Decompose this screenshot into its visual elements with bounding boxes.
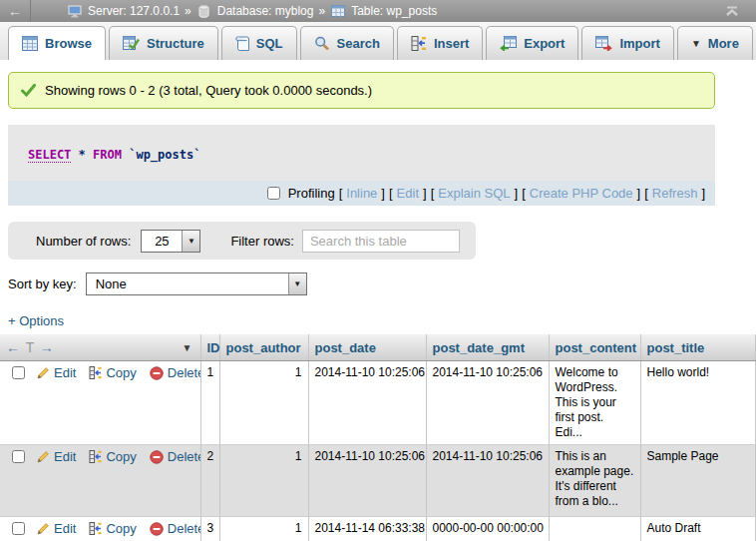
tab-search[interactable]: Search bbox=[300, 26, 394, 60]
tab-import[interactable]: Import bbox=[581, 26, 673, 60]
chevron-down-icon: ▼ bbox=[691, 38, 701, 49]
explain-sql-link[interactable]: Explain SQL bbox=[438, 186, 510, 201]
import-icon bbox=[595, 36, 612, 51]
collapse-icon bbox=[724, 6, 740, 17]
column-header-post-author-link[interactable]: post_author bbox=[226, 340, 301, 355]
cell-post-author: 1 bbox=[219, 361, 308, 445]
bracket: ] bbox=[701, 186, 705, 201]
copy-row-link[interactable]: Copy bbox=[89, 521, 136, 536]
cell-id: 3 bbox=[200, 517, 219, 541]
tab-sql-label: SQL bbox=[256, 36, 283, 51]
tab-more-label: More bbox=[708, 36, 739, 51]
cell-post-date-gmt: 0000-00-00 00:00:00 bbox=[426, 517, 549, 541]
back-button[interactable]: ← bbox=[0, 0, 31, 22]
sql-star: * bbox=[71, 148, 93, 162]
edit-query-link[interactable]: Edit bbox=[397, 186, 419, 201]
sort-by-key-value: None bbox=[87, 273, 288, 294]
delete-icon bbox=[150, 522, 164, 536]
column-options-caret[interactable]: ▼ bbox=[183, 342, 192, 353]
collapse-button[interactable] bbox=[724, 6, 756, 17]
table-row: Edit Copy Delete 1 1 2014-11-10 10:25:06… bbox=[0, 361, 756, 445]
breadcrumb-separator: » bbox=[318, 4, 325, 18]
cell-post-date: 2014-11-10 10:25:06 bbox=[308, 445, 426, 517]
column-header-post-date: post_date bbox=[308, 334, 426, 361]
column-header-post-date-gmt-link[interactable]: post_date_gmt bbox=[433, 340, 525, 355]
edit-label: Edit bbox=[54, 521, 76, 536]
options-toggle[interactable]: + Options bbox=[8, 313, 64, 328]
tab-insert[interactable]: Insert bbox=[397, 26, 483, 60]
row-checkbox[interactable] bbox=[12, 366, 25, 379]
profiling-checkbox[interactable] bbox=[267, 187, 280, 200]
edit-row-link[interactable]: Edit bbox=[37, 449, 76, 464]
tab-browse[interactable]: Browse bbox=[8, 26, 106, 60]
copy-row-link[interactable]: Copy bbox=[89, 365, 136, 380]
copy-icon bbox=[89, 450, 102, 463]
row-controls-bar: Number of rows: 25 ▼ Filter rows: bbox=[8, 222, 476, 260]
tab-browse-label: Browse bbox=[45, 36, 92, 51]
edit-label: Edit bbox=[54, 365, 76, 380]
delete-icon bbox=[150, 366, 164, 380]
delete-row-link[interactable]: Delete bbox=[150, 365, 200, 380]
row-checkbox[interactable] bbox=[12, 522, 25, 535]
sort-by-key-select[interactable]: None ▼ bbox=[86, 272, 307, 295]
table-row: Edit Copy Delete 2 1 2014-11-10 10:25:06… bbox=[0, 445, 756, 517]
bracket: ] bbox=[423, 186, 427, 201]
column-header-post-author: post_author bbox=[219, 334, 308, 361]
sql-panel: SELECT * FROM `wp_posts` Profiling [ Inl… bbox=[8, 125, 715, 206]
chevron-down-icon: ▼ bbox=[288, 273, 306, 294]
delete-label: Delete bbox=[168, 521, 200, 536]
copy-row-link[interactable]: Copy bbox=[89, 449, 136, 464]
cell-post-title: Hello world! bbox=[640, 361, 756, 445]
create-php-code-link[interactable]: Create PHP Code bbox=[530, 186, 633, 201]
cell-post-author: 1 bbox=[219, 445, 308, 517]
breadcrumb-database[interactable]: Database: myblog bbox=[217, 4, 314, 18]
delete-row-link[interactable]: Delete bbox=[150, 449, 200, 464]
number-of-rows-value: 25 bbox=[142, 231, 182, 252]
column-header-post-title-link[interactable]: post_title bbox=[647, 340, 705, 355]
breadcrumb-server[interactable]: Server: 127.0.0.1 bbox=[88, 4, 180, 18]
column-header-post-date-gmt: post_date_gmt bbox=[426, 334, 549, 361]
inline-link[interactable]: Inline bbox=[346, 186, 377, 201]
filter-rows-input[interactable] bbox=[302, 230, 460, 253]
cell-id: 2 bbox=[200, 445, 219, 517]
nav-t-icon[interactable]: T bbox=[26, 339, 35, 355]
edit-label: Edit bbox=[54, 449, 76, 464]
table-row: Edit Copy Delete 3 1 2014-11-14 06:33:38… bbox=[0, 517, 756, 541]
number-of-rows-select[interactable]: 25 ▼ bbox=[141, 230, 200, 253]
chevron-down-icon: ▼ bbox=[182, 231, 199, 252]
nav-right-icon[interactable]: → bbox=[40, 339, 54, 355]
breadcrumb-table[interactable]: Table: wp_posts bbox=[351, 4, 437, 18]
pencil-icon bbox=[37, 366, 50, 379]
column-header-post-date-link[interactable]: post_date bbox=[315, 340, 376, 355]
tab-more[interactable]: ▼ More bbox=[677, 26, 753, 60]
tab-export[interactable]: Export bbox=[486, 26, 578, 60]
delete-row-link[interactable]: Delete bbox=[150, 521, 200, 536]
breadcrumb-separator: » bbox=[185, 4, 191, 18]
delete-label: Delete bbox=[168, 365, 200, 380]
search-icon bbox=[314, 36, 330, 51]
sort-row: Sort by key: None ▼ bbox=[8, 272, 756, 295]
refresh-link[interactable]: Refresh bbox=[652, 186, 698, 201]
browse-icon bbox=[22, 36, 38, 51]
sort-by-key-label: Sort by key: bbox=[8, 276, 77, 291]
server-icon bbox=[67, 4, 83, 18]
nav-left-icon[interactable]: ← bbox=[6, 339, 20, 355]
bracket: ] bbox=[381, 186, 385, 201]
tab-search-label: Search bbox=[337, 36, 380, 51]
edit-row-link[interactable]: Edit bbox=[37, 365, 76, 380]
tab-structure[interactable]: Structure bbox=[109, 26, 218, 60]
tab-sql[interactable]: SQL bbox=[221, 26, 297, 60]
sql-keyword-select[interactable]: SELECT bbox=[28, 148, 71, 163]
column-header-id: ID bbox=[200, 334, 219, 361]
cell-post-content bbox=[549, 517, 640, 541]
column-header-post-content-link[interactable]: post_content bbox=[556, 340, 637, 355]
insert-icon bbox=[411, 36, 427, 51]
column-header-id-link[interactable]: ID bbox=[207, 340, 220, 355]
results-table: ← T → ▼ ID post_author post_date post_da… bbox=[0, 334, 756, 541]
tab-export-label: Export bbox=[524, 36, 565, 51]
edit-row-link[interactable]: Edit bbox=[37, 521, 76, 536]
cell-post-date: 2014-11-14 06:33:38 bbox=[308, 517, 426, 541]
tab-bar: Browse Structure SQL Search Insert Expor… bbox=[0, 22, 756, 60]
row-checkbox[interactable] bbox=[12, 450, 25, 463]
bracket: [ bbox=[522, 186, 526, 201]
